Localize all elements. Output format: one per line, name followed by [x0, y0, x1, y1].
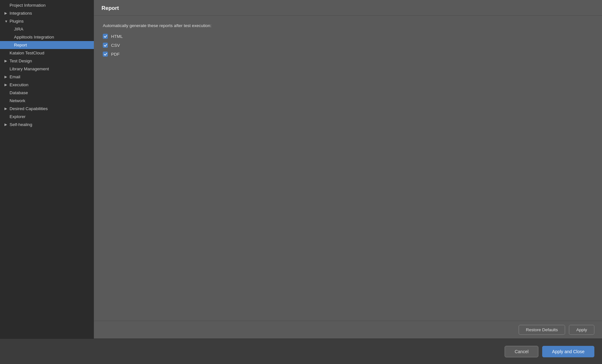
bottom-bar: Cancel Apply and Close	[0, 339, 602, 364]
content-header: Report	[94, 0, 602, 16]
sidebar-item-label: Project Information	[10, 3, 46, 8]
content-body: Automatically generate these reports aft…	[94, 16, 602, 321]
sidebar-item-self-healing[interactable]: ▶Self-healing	[0, 121, 94, 129]
chevron-icon: ▼	[4, 19, 9, 23]
content-footer: Restore Defaults Apply	[94, 321, 602, 339]
sidebar-item-report[interactable]: Report	[0, 41, 94, 49]
sidebar-item-label: Plugins	[10, 19, 24, 24]
sidebar-item-label: Self-healing	[10, 122, 32, 127]
sidebar-item-label: Library Management	[10, 66, 49, 71]
sidebar-item-label: Test Design	[10, 59, 32, 63]
sidebar-item-applitools[interactable]: Applitools Integration	[0, 33, 94, 41]
checkbox-label-pdf: PDF	[111, 52, 120, 57]
sidebar-item-katalon-testcloud[interactable]: Katalon TestCloud	[0, 49, 94, 57]
sidebar-item-label: Katalon TestCloud	[10, 51, 44, 55]
checkbox-row-html: HTML	[103, 34, 593, 39]
checkbox-html[interactable]	[103, 34, 108, 39]
sidebar-item-label: JIRA	[14, 27, 23, 32]
checkbox-csv[interactable]	[103, 43, 108, 48]
sidebar-item-test-design[interactable]: ▶Test Design	[0, 57, 94, 65]
description-text: Automatically generate these reports aft…	[103, 23, 593, 28]
chevron-icon: ▶	[4, 122, 9, 127]
checkboxes-container: HTML CSV PDF	[103, 34, 593, 57]
main-container: Project Information▶Integrations▼Plugins…	[0, 0, 602, 339]
sidebar-item-label: Network	[10, 98, 25, 103]
sidebar-item-label: Applitools Integration	[14, 35, 54, 39]
chevron-icon: ▶	[4, 75, 9, 79]
chevron-icon: ▶	[4, 83, 9, 87]
sidebar-item-label: Report	[14, 43, 27, 47]
chevron-icon: ▶	[4, 107, 9, 111]
sidebar-item-label: Desired Capabilities	[10, 106, 48, 111]
checkbox-row-pdf: PDF	[103, 52, 593, 57]
sidebar-item-label: Email	[10, 74, 20, 79]
sidebar-item-label: Database	[10, 90, 28, 95]
sidebar: Project Information▶Integrations▼Plugins…	[0, 0, 94, 339]
cancel-button[interactable]: Cancel	[505, 346, 538, 357]
sidebar-item-jira[interactable]: JIRA	[0, 25, 94, 33]
sidebar-item-desired-capabilities[interactable]: ▶Desired Capabilities	[0, 105, 94, 113]
sidebar-item-integrations[interactable]: ▶Integrations	[0, 9, 94, 17]
checkbox-row-csv: CSV	[103, 43, 593, 48]
sidebar-item-database[interactable]: Database	[0, 89, 94, 97]
sidebar-item-label: Execution	[10, 82, 28, 87]
apply-close-button[interactable]: Apply and Close	[542, 346, 594, 357]
sidebar-item-email[interactable]: ▶Email	[0, 73, 94, 81]
sidebar-item-explorer[interactable]: Explorer	[0, 113, 94, 121]
page-title: Report	[102, 5, 594, 11]
checkbox-label-html: HTML	[111, 34, 123, 39]
sidebar-item-label: Integrations	[10, 11, 32, 16]
chevron-icon: ▶	[4, 59, 9, 63]
checkbox-pdf[interactable]	[103, 52, 108, 57]
checkbox-label-csv: CSV	[111, 43, 120, 48]
restore-defaults-button[interactable]: Restore Defaults	[519, 325, 565, 335]
content-area: Report Automatically generate these repo…	[94, 0, 602, 339]
apply-button[interactable]: Apply	[569, 325, 594, 335]
sidebar-item-plugins[interactable]: ▼Plugins	[0, 17, 94, 25]
sidebar-item-execution[interactable]: ▶Execution	[0, 81, 94, 89]
sidebar-item-library-management[interactable]: Library Management	[0, 65, 94, 73]
sidebar-item-project-information[interactable]: Project Information	[0, 1, 94, 9]
sidebar-item-network[interactable]: Network	[0, 97, 94, 105]
chevron-icon: ▶	[4, 11, 9, 15]
sidebar-item-label: Explorer	[10, 114, 25, 119]
